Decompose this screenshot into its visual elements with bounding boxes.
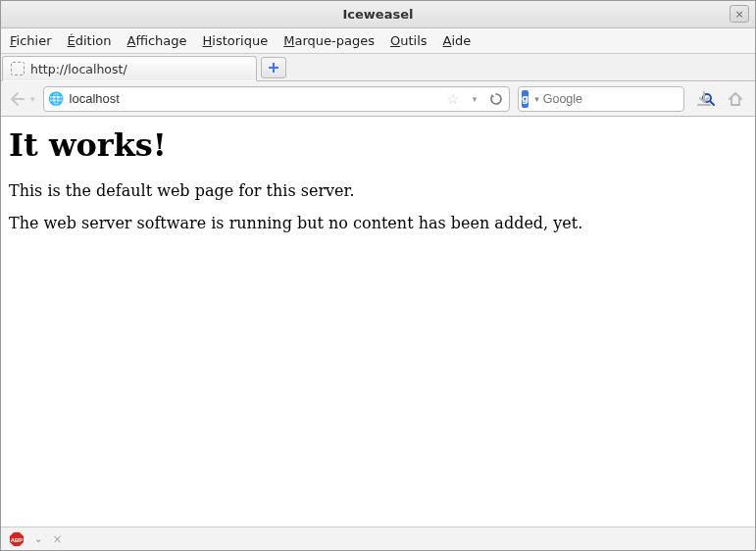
tab-favicon-icon (11, 62, 25, 75)
menu-history[interactable]: Historique (200, 31, 272, 50)
back-button[interactable]: ▾ (9, 90, 35, 108)
tab-label: http://localhost/ (30, 62, 127, 76)
menubar: Fichier Édition Affichage Historique Mar… (1, 28, 755, 54)
chevron-down-icon: ▾ (473, 94, 478, 104)
page-paragraph-2: The web server software is running but n… (9, 214, 747, 232)
close-icon: × (734, 8, 743, 21)
menu-help[interactable]: Aide (440, 31, 475, 50)
window-title: Iceweasel (1, 7, 755, 22)
addon-bar-chevron-icon[interactable]: ⌄ (34, 533, 42, 544)
download-icon (695, 90, 713, 108)
star-icon: ☆ (447, 91, 460, 107)
search-input[interactable] (543, 92, 697, 106)
plus-icon (268, 62, 279, 74)
page-heading: It works! (9, 126, 747, 164)
search-engine-button[interactable]: g (522, 90, 529, 108)
window-titlebar: Iceweasel × (1, 1, 755, 28)
downloads-button[interactable] (692, 87, 716, 111)
page-content: It works! This is the default web page f… (1, 117, 755, 526)
menu-tools[interactable]: Outils (387, 31, 430, 50)
tab-strip: http://localhost/ (1, 54, 755, 81)
reload-button[interactable] (487, 90, 505, 108)
window-close-button[interactable]: × (730, 5, 749, 23)
addon-bar-close-button[interactable]: × (52, 532, 62, 546)
bookmark-star-button[interactable]: ☆ (444, 90, 462, 108)
search-engine-chevron-icon: ▾ (534, 94, 539, 104)
tab-active[interactable]: http://localhost/ (2, 56, 257, 81)
menu-bookmarks[interactable]: Marque-pages (280, 31, 378, 50)
svg-text:ABP: ABP (11, 537, 24, 543)
menu-edit[interactable]: Édition (65, 31, 115, 50)
home-icon (727, 90, 744, 108)
page-paragraph-1: This is the default web page for this se… (9, 181, 747, 200)
addon-bar: ABP ⌄ × (1, 526, 755, 550)
back-arrow-icon (9, 90, 28, 108)
reload-icon (489, 92, 503, 106)
back-history-chevron-icon: ▾ (30, 94, 35, 104)
url-input[interactable] (70, 91, 438, 106)
google-g-icon: g (522, 93, 529, 104)
menu-view[interactable]: Affichage (124, 31, 189, 50)
search-box[interactable]: g ▾ (518, 86, 684, 112)
adblock-plus-icon[interactable]: ABP (9, 531, 25, 547)
menu-file[interactable]: Fichier (7, 31, 55, 50)
url-bar[interactable]: 🌐 ☆ ▾ (43, 86, 510, 112)
url-history-dropdown[interactable]: ▾ (466, 90, 483, 108)
navigation-toolbar: ▾ 🌐 ☆ ▾ g ▾ (1, 81, 755, 117)
home-button[interactable] (724, 87, 747, 111)
new-tab-button[interactable] (261, 57, 286, 78)
globe-icon: 🌐 (48, 91, 64, 106)
